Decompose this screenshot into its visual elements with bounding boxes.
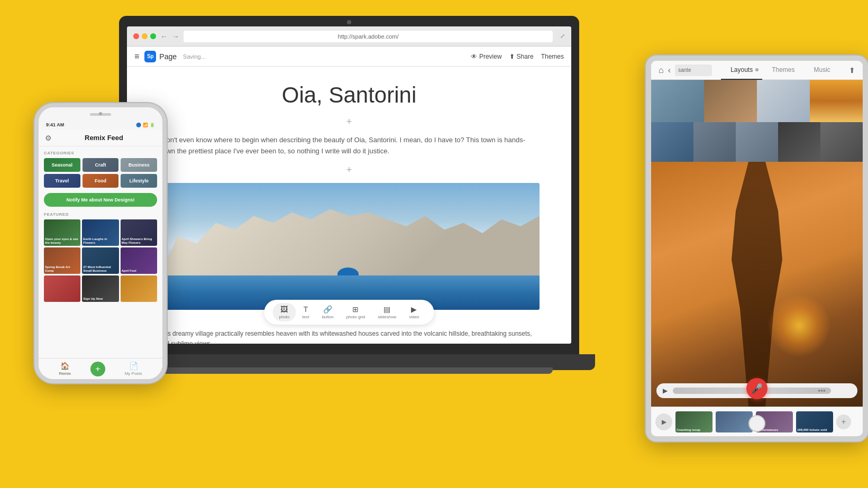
featured-label: FEATURED [44, 212, 157, 217]
notify-button[interactable]: Notify Me about New Designs! [44, 193, 157, 207]
featured-item-5[interactable]: 27 Most Influential Small Business [82, 247, 118, 274]
tablet-share-icon[interactable]: ⬆ [849, 66, 855, 75]
tool-video[interactable]: ▶ video [403, 303, 425, 321]
grid-photo-5[interactable] [651, 122, 693, 162]
featured-item-8[interactable]: Sign Up Now [82, 275, 118, 302]
phone-camera [99, 112, 102, 115]
tab-my-posts[interactable]: 📄 My Posts [125, 362, 142, 376]
tablet: ⌂ ‹ sante Layouts Themes Music ⬆ [646, 56, 868, 441]
featured-item-4[interactable]: Spring Break Art Camp [44, 247, 80, 274]
tablet-screen: ⌂ ‹ sante Layouts Themes Music ⬆ [651, 61, 863, 436]
audio-play-icon[interactable]: ▶ [663, 387, 668, 394]
tablet-back-icon[interactable]: ‹ [668, 66, 671, 75]
category-food[interactable]: Food [83, 174, 119, 188]
back-icon[interactable]: ← [160, 32, 168, 41]
app-toolbar: ≡ Sp Page Saving... 👁 Preview ⬆ Share [127, 47, 571, 67]
share-button[interactable]: ⬆ Share [509, 53, 534, 60]
phone: 9:41 AM 🔵 📶 🔋 ⚙ Remix Feed CATEGORIES Se… [34, 103, 167, 383]
add-thumb-button[interactable]: + [836, 415, 851, 429]
light-burst [768, 294, 831, 357]
tablet-home-button[interactable] [748, 415, 765, 432]
tablet-search-bar[interactable]: sante [675, 65, 712, 76]
featured-item-9[interactable] [121, 275, 157, 302]
featured-item-3[interactable]: April Showers Bring May Flowers [121, 219, 157, 246]
add-fab-button[interactable]: + [90, 362, 105, 376]
share-icon: ⬆ [509, 53, 515, 60]
forward-icon[interactable]: → [172, 32, 179, 41]
settings-icon[interactable]: ⚙ [45, 134, 52, 142]
phone-screen: ⚙ Remix Feed CATEGORIES Seasonal Craft B… [39, 130, 162, 379]
thumb-coaching-recap[interactable]: Coaching recap [675, 411, 712, 432]
browser-chrome: ← → http://spark.adobe.com/ ⤢ [127, 26, 571, 47]
search-text: sante [678, 67, 691, 73]
tool-photo-grid[interactable]: ⊞ photo grid [340, 303, 372, 321]
santorini-image [159, 183, 540, 310]
minimize-window-dot[interactable] [142, 33, 148, 39]
preview-icon: 👁 [471, 53, 477, 60]
category-craft[interactable]: Craft [83, 158, 119, 172]
category-seasonal[interactable]: Seasonal [44, 158, 80, 172]
fullscreen-window-dot[interactable] [150, 33, 156, 39]
app-page-label: Page [159, 52, 177, 61]
grid-photo-9[interactable] [820, 122, 863, 162]
thumb-label-5: 27 Most Influential Small Business [83, 265, 117, 273]
thumb-item-2[interactable] [716, 411, 753, 432]
laptop: ← → http://spark.adobe.com/ ⤢ ≡ Sp Page … [119, 16, 579, 397]
tablet-play-button[interactable]: ▶ [655, 413, 672, 430]
category-travel[interactable]: Travel [44, 174, 80, 188]
grid-photo-3[interactable] [757, 80, 810, 122]
app-logo: Sp Page Saving... [144, 51, 206, 62]
url-text: http://spark.adobe.com/ [338, 33, 399, 40]
photo-grid-row-1 [651, 80, 863, 122]
thumb-label-1: Open your eyes & see the beauty [45, 237, 79, 245]
phone-status-bar: 9:41 AM 🔵 📶 🔋 [39, 120, 162, 130]
my-posts-icon: 📄 [129, 362, 138, 370]
categories-label: CATEGORIES [44, 151, 157, 155]
category-business[interactable]: Business [121, 158, 157, 172]
grid-photo-8[interactable] [778, 122, 820, 162]
tool-photo[interactable]: 🖼 photo [272, 303, 296, 321]
text-icon: T [304, 305, 308, 314]
thumb-label-2: Earth Laughs in Flowers [83, 237, 117, 245]
santorini-scene [159, 183, 540, 310]
browser-nav: ← → [160, 32, 179, 41]
browser-expand-icon[interactable]: ⤢ [560, 33, 565, 40]
featured-item-1[interactable]: Open your eyes & see the beauty [44, 219, 80, 246]
tool-slideshow[interactable]: ▤ slideshow [371, 303, 403, 321]
mic-button[interactable]: 🎤 [746, 378, 768, 399]
laptop-camera [347, 20, 351, 24]
slideshow-icon: ▤ [383, 305, 390, 314]
tab-remix[interactable]: 🏠 Remix [59, 362, 71, 376]
battery-icon: 🔋 [150, 123, 155, 127]
page-image-container: 🖼 photo T text 🔗 button ⊞ [159, 183, 540, 310]
tool-text[interactable]: T text [296, 303, 316, 321]
tablet-featured-image[interactable] [651, 162, 863, 407]
grid-photo-2[interactable] [704, 80, 757, 122]
preview-button[interactable]: 👁 Preview [471, 53, 502, 60]
category-lifestyle[interactable]: Lifestyle [121, 174, 157, 188]
grid-photo-4[interactable] [810, 80, 863, 122]
featured-item-6[interactable]: April Fool [121, 247, 157, 274]
featured-item-7[interactable] [44, 275, 80, 302]
featured-item-2[interactable]: Earth Laughs in Flowers [82, 219, 118, 246]
thumb-label-4: Spring Break Art Camp [45, 265, 79, 273]
tab-themes[interactable]: Themes [762, 61, 804, 80]
themes-button[interactable]: Themes [541, 53, 564, 60]
browser-url-bar[interactable]: http://spark.adobe.com/ [184, 31, 553, 42]
grid-photo-6[interactable] [693, 122, 736, 162]
hamburger-menu-icon[interactable]: ≡ [134, 52, 139, 61]
tablet-home-icon[interactable]: ⌂ [659, 66, 664, 75]
thumb-coaching-label: Coaching recap [677, 428, 711, 431]
tab-music[interactable]: Music [805, 61, 840, 80]
grid-photo-7[interactable] [736, 122, 778, 162]
audio-more-icon[interactable]: ••• [818, 388, 826, 394]
close-window-dot[interactable] [133, 33, 139, 39]
tool-button[interactable]: 🔗 button [315, 303, 340, 321]
grid-photo-1[interactable] [651, 80, 704, 122]
add-content-divider-mid[interactable]: + [159, 164, 540, 176]
add-content-divider-top[interactable]: + [159, 116, 540, 127]
bluetooth-icon: 🔵 [136, 123, 141, 127]
photo-icon: 🖼 [280, 305, 288, 314]
thumb-tickets[interactable]: 198,000 tickets sold [796, 411, 833, 432]
share-label: Share [517, 53, 534, 60]
